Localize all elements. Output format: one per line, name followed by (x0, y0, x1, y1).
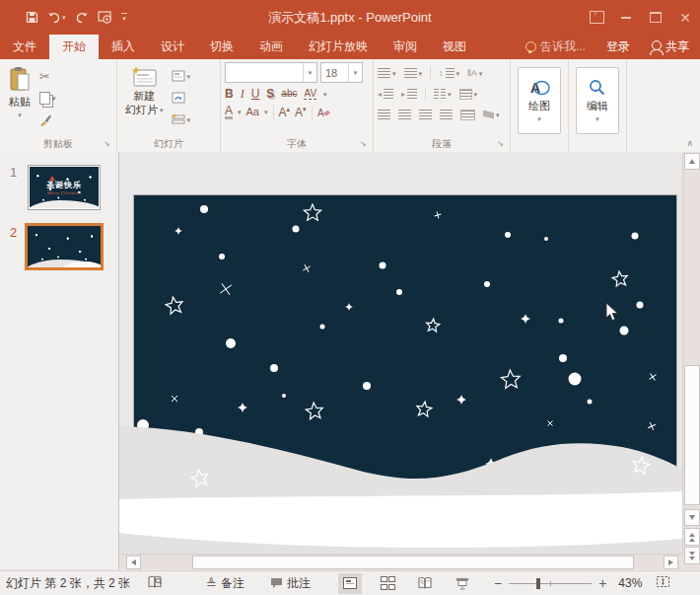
clear-formatting-icon[interactable]: A (317, 107, 330, 118)
line-spacing-button[interactable]: ↕▾ (439, 65, 459, 81)
drawing-button[interactable]: A 绘图 ▾ (518, 67, 561, 134)
slide-sorter-icon (381, 576, 394, 590)
sign-in-button[interactable]: 登录 (595, 35, 641, 59)
next-slide-button[interactable] (684, 547, 700, 564)
tab-view[interactable]: 视图 (430, 35, 479, 59)
font-name-dropdown-icon[interactable]: ▾ (303, 63, 316, 82)
scroll-down-button[interactable] (684, 509, 700, 526)
slide2-thumbnail-selected[interactable] (25, 223, 104, 270)
italic-button[interactable]: I (241, 88, 245, 100)
text-shadow-button[interactable]: S (266, 88, 274, 100)
columns-button[interactable]: ▾ (434, 86, 452, 102)
smartart-convert-button[interactable]: ▾ (483, 107, 500, 122)
ribbon-display-options-button[interactable] (582, 0, 611, 35)
layout-button[interactable]: ▾ (172, 68, 191, 84)
change-case-dropdown-icon[interactable]: ▾ (264, 109, 268, 115)
slide1-thumbnail[interactable]: 圣诞快乐 Merry Christmas (28, 165, 101, 210)
start-slideshow-button[interactable] (98, 11, 112, 24)
tab-design[interactable]: 设计 (148, 35, 197, 59)
section-button[interactable]: ▾ (172, 112, 191, 127)
font-size-dropdown-icon[interactable]: ▾ (348, 63, 362, 82)
tab-review[interactable]: 审阅 (381, 35, 430, 59)
person-icon (652, 40, 662, 50)
previous-slide-button[interactable] (684, 528, 700, 546)
status-bar: 幻灯片 第 2 张，共 2 张 ≜ 备注 批注 − + 43% (0, 570, 700, 595)
notes-toggle[interactable]: ≜ 备注 (206, 575, 245, 592)
tab-slideshow[interactable]: 幻灯片放映 (296, 35, 381, 59)
text-direction-button[interactable]: ‖A▾ (467, 65, 482, 81)
increase-indent-button[interactable]: ▸ (401, 86, 417, 102)
accessibility-check-icon[interactable] (148, 575, 163, 591)
zoom-in-button[interactable]: + (598, 575, 606, 591)
decrease-font-size-button[interactable]: A▾ (295, 106, 307, 118)
font-size-combo[interactable]: 18 ▾ (320, 62, 363, 83)
share-button[interactable]: 共享 (641, 35, 700, 59)
align-text-button[interactable]: ▾ (459, 86, 478, 102)
save-icon[interactable] (26, 11, 38, 24)
minimize-button[interactable] (611, 0, 641, 35)
align-center-button[interactable] (398, 107, 411, 122)
tab-transitions[interactable]: 切换 (197, 35, 246, 59)
cut-button[interactable]: ✂ (39, 68, 56, 84)
scroll-left-button[interactable] (126, 556, 141, 569)
zoom-out-button[interactable]: − (494, 575, 502, 591)
format-painter-button[interactable] (39, 112, 56, 127)
new-slide-icon (131, 66, 157, 88)
scroll-right-button[interactable] (664, 556, 678, 569)
character-spacing-dropdown-icon[interactable]: ▾ (323, 91, 327, 98)
tell-me-box[interactable]: 告诉我... (516, 35, 595, 59)
zoom-slider[interactable] (509, 583, 592, 584)
paragraph-dialog-launcher[interactable]: ↘ (497, 139, 507, 149)
decrease-indent-button[interactable]: ◂ (378, 86, 393, 102)
font-color-dropdown-icon[interactable]: ▾ (238, 109, 242, 115)
clipboard-dialog-launcher[interactable]: ↘ (104, 139, 113, 149)
maximize-button[interactable] (641, 0, 670, 35)
character-spacing-button[interactable]: AV (304, 89, 316, 100)
underline-button[interactable]: U (251, 88, 260, 100)
fit-slide-to-window-button[interactable] (656, 575, 670, 591)
bullets-button[interactable]: ▾ (378, 65, 396, 81)
add-remove-columns-button[interactable] (460, 107, 475, 122)
undo-button[interactable]: ▾ (47, 12, 66, 24)
paste-dropdown-icon[interactable]: ▾ (18, 112, 22, 118)
undo-dropdown-icon[interactable]: ▾ (62, 14, 66, 21)
reading-view-button[interactable] (413, 573, 437, 594)
slideshow-view-button[interactable] (451, 573, 474, 594)
close-button[interactable]: ✕ (670, 0, 700, 35)
horizontal-scroll-thumb[interactable] (192, 556, 634, 569)
redo-button[interactable] (75, 12, 89, 24)
tab-insert[interactable]: 插入 (99, 35, 148, 59)
comments-toggle[interactable]: 批注 (270, 575, 311, 592)
font-color-button[interactable]: A (225, 105, 233, 119)
vertical-scrollbar[interactable] (682, 152, 700, 569)
editing-area[interactable] (119, 152, 700, 569)
font-name-combo[interactable]: ▾ (225, 62, 317, 83)
copy-button[interactable]: ▾ (39, 90, 56, 106)
tab-animations[interactable]: 动画 (246, 35, 296, 59)
horizontal-scrollbar[interactable] (119, 554, 683, 569)
strikethrough-button[interactable]: abc (281, 89, 297, 99)
align-left-button[interactable] (378, 107, 390, 122)
editing-button[interactable]: 编辑 ▾ (576, 67, 619, 134)
change-case-button[interactable]: Aa (246, 107, 259, 117)
paste-button[interactable]: 粘贴 ▾ (4, 62, 35, 136)
tab-home[interactable]: 开始 (49, 35, 99, 59)
scroll-up-button[interactable] (684, 153, 700, 170)
normal-view-button[interactable] (338, 573, 362, 594)
numbering-button[interactable]: ▾ (404, 65, 423, 81)
vertical-scroll-thumb[interactable] (684, 365, 700, 505)
zoom-slider-thumb[interactable] (536, 578, 540, 589)
align-right-button[interactable] (419, 107, 432, 122)
collapse-ribbon-icon[interactable]: ∧ (686, 138, 693, 148)
font-dialog-launcher[interactable]: ↘ (360, 139, 370, 149)
slide-sorter-view-button[interactable] (376, 573, 399, 594)
new-slide-button[interactable]: 新建 幻灯片▾ (121, 62, 168, 136)
justify-button[interactable] (440, 107, 453, 122)
zoom-level[interactable]: 43% (618, 576, 642, 590)
tab-file[interactable]: 文件 (0, 35, 49, 59)
bold-button[interactable]: B (225, 88, 234, 100)
customize-qat-icon[interactable]: ▾ (121, 13, 127, 22)
reset-slide-button[interactable] (172, 90, 191, 106)
increase-font-size-button[interactable]: A▴ (279, 106, 291, 118)
clipboard-group: 粘贴 ▾ ✂ ▾ 剪贴板 ↘ (0, 59, 117, 152)
